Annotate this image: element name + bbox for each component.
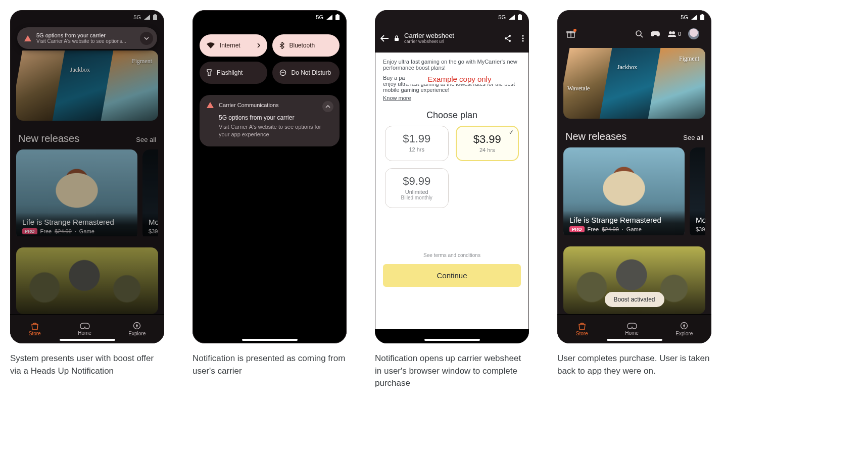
plan-option[interactable]: $9.99 Unlimited Billed monthly (385, 168, 449, 208)
websheet-title: Carrier websheet (404, 32, 454, 39)
example-copy-overlay: Example copy only (405, 74, 514, 84)
home-icon (79, 322, 90, 329)
svg-rect-7 (518, 15, 522, 20)
check-icon: ✓ (509, 129, 514, 136)
see-all-link[interactable]: See all (683, 134, 703, 141)
signal-icon (691, 15, 697, 20)
signal-icon (326, 15, 332, 20)
nav-store[interactable]: Store (29, 322, 41, 336)
network-label: 5G (498, 14, 506, 20)
hero-carousel[interactable]: Wavetale Jackbox Figment (563, 48, 705, 119)
avatar[interactable] (688, 28, 699, 39)
carrier-triangle-icon (207, 102, 214, 108)
svg-point-14 (522, 37, 523, 39)
plan-price: $3.99 (461, 133, 514, 146)
notification-title: 5G options from your carrier (36, 32, 126, 38)
nav-explore[interactable]: Explore (676, 322, 693, 336)
quick-settings-grid: Internet Bluetooth Flashlight Do Not Dis… (200, 34, 340, 84)
svg-rect-3 (335, 15, 340, 20)
toast-boost-activated: Boost activated (604, 292, 664, 307)
signal-icon (509, 15, 515, 20)
dnd-icon (279, 69, 286, 76)
overflow-icon[interactable] (522, 35, 524, 42)
section-title: New releases (565, 131, 626, 142)
nav-home[interactable]: Home (78, 322, 91, 336)
svg-rect-8 (519, 14, 521, 15)
notification-card[interactable]: Carrier Communications 5G options from y… (200, 95, 340, 146)
expand-chevron-icon[interactable] (140, 32, 153, 45)
phone-screen-3: 5G Carrier websheet carrier websheet url… (375, 10, 529, 343)
caption: Notification opens up carrier websheet i… (375, 352, 529, 390)
qs-internet-tile[interactable]: Internet (200, 34, 267, 57)
plan-option-selected[interactable]: ✓ $3.99 24 hrs (456, 126, 519, 161)
notification-body: Visit Carrier A's website to see options… (219, 123, 332, 138)
svg-rect-16 (700, 15, 704, 20)
friends-count[interactable]: 0 (667, 31, 681, 37)
know-more-link[interactable]: Know more (383, 95, 411, 101)
system-nav-bar (375, 329, 529, 343)
store-topbar: 0 (563, 24, 705, 44)
phone-screen-4: 5G 0 (557, 10, 711, 343)
carousel-label-a: Wavetale (567, 85, 590, 92)
new-releases-scroll[interactable]: Life is Strange Remastered PRO Free $24.… (563, 147, 705, 235)
store-icon (577, 322, 587, 330)
controller-icon[interactable] (650, 30, 660, 37)
back-icon[interactable] (380, 35, 389, 42)
websheet-body: Enjoy ultra fast gaming on the go with M… (375, 53, 529, 101)
gesture-bar[interactable] (424, 339, 480, 341)
game-card[interactable]: Life is Strange Remastered PRO Free $24.… (563, 147, 685, 235)
explore-icon (133, 322, 141, 330)
statusbar: 5G (557, 10, 711, 24)
gesture-bar[interactable] (242, 339, 298, 341)
search-icon[interactable] (635, 30, 643, 38)
game-title: Life is Strange Remastered (569, 216, 679, 224)
plan-option[interactable]: $1.99 12 hrs (385, 126, 449, 161)
notification-title: 5G options from your carrier (219, 114, 332, 121)
share-icon[interactable] (504, 34, 512, 42)
qs-flashlight-tile[interactable]: Flashlight (200, 62, 267, 84)
svg-point-21 (636, 31, 641, 36)
heads-up-notification[interactable]: 5G options from your carrier Visit Carri… (17, 27, 157, 49)
qs-dnd-tile[interactable]: Do Not Disturb (272, 62, 340, 84)
caption: User completes purchase. User is taken b… (557, 352, 711, 377)
svg-rect-4 (337, 14, 339, 15)
caption: System presents user with boost offer vi… (10, 352, 164, 377)
plan-duration: Unlimited (390, 189, 444, 195)
continue-button[interactable]: Continue (383, 264, 521, 287)
svg-point-13 (522, 35, 523, 36)
collapse-chevron-icon[interactable] (322, 101, 333, 112)
phone-screen-1: 5G 5G options from your carrier Visit Ca… (10, 10, 164, 343)
dim-overlay (10, 10, 164, 343)
svg-point-23 (669, 31, 672, 34)
gift-icon[interactable] (566, 30, 575, 38)
free-label: Free (588, 226, 599, 232)
qs-bluetooth-tile[interactable]: Bluetooth (272, 34, 340, 57)
gesture-bar[interactable] (607, 339, 662, 341)
carousel-label-b: Jackbox (617, 64, 637, 71)
network-label: 5G (681, 14, 688, 20)
plan-billing: Billed monthly (390, 195, 444, 200)
plan-grid: $1.99 12 hrs ✓ $3.99 24 hrs $9.99 Unlimi… (375, 121, 529, 213)
pro-badge: PRO (569, 226, 585, 232)
chevron-right-icon (257, 43, 260, 48)
svg-point-24 (672, 31, 675, 34)
nav-store[interactable]: Store (576, 322, 588, 336)
svg-rect-17 (702, 14, 703, 15)
svg-rect-9 (395, 38, 399, 41)
old-price: $24.99 (602, 226, 619, 232)
plan-duration: 12 hrs (390, 146, 444, 153)
notification-body: Visit Carrier A's website to see options… (36, 38, 126, 44)
statusbar: 5G (192, 10, 347, 24)
network-label: 5G (316, 14, 323, 20)
nav-home[interactable]: Home (625, 322, 639, 336)
battery-icon (700, 14, 704, 20)
game-card[interactable]: Moto $39.99 (690, 147, 705, 235)
carrier-triangle-icon (24, 35, 31, 41)
terms-link[interactable]: See terms and conditions (375, 252, 529, 258)
nav-explore[interactable]: Explore (128, 322, 146, 336)
plan-price: $9.99 (390, 175, 444, 188)
notification-app-name: Carrier Communications (219, 102, 279, 108)
category-label: Game (626, 226, 642, 232)
lock-icon (394, 35, 399, 41)
gesture-bar[interactable] (60, 339, 115, 341)
